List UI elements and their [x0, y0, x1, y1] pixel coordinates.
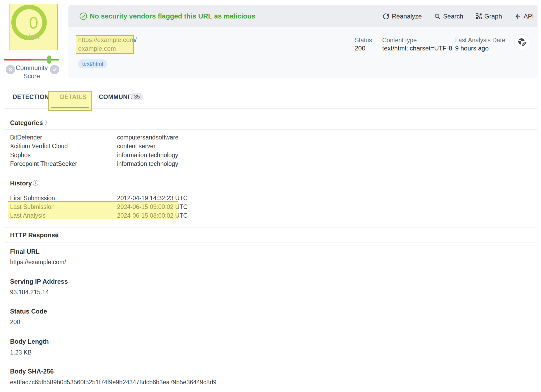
final-url-value: https://example.com/ [10, 259, 66, 266]
analyzed-domain[interactable]: example.com [78, 45, 116, 52]
category-value: information technology [117, 160, 178, 167]
search-button[interactable]: Search [434, 13, 463, 20]
community-score-label: Community Score [14, 64, 49, 80]
content-type-value: text/html; charset=UTF-8 [382, 45, 452, 52]
tabs-divider [4, 108, 537, 109]
api-icon [514, 13, 521, 20]
category-value: computersandsoftware [117, 134, 179, 141]
category-vendor: Forcepoint ThreatSeeker [10, 160, 77, 167]
check-circle-gray-icon [50, 65, 59, 74]
section-divider [4, 190, 537, 190]
reanalyze-icon [383, 13, 389, 20]
serving-ip-value: 93.184.215.14 [10, 289, 49, 296]
divider [510, 39, 510, 49]
category-vendor: Xcitium Verdict Cloud [10, 143, 68, 150]
tab-detection[interactable]: DETECTION [13, 94, 49, 101]
verdict-banner: No security vendors flagged this URL as … [68, 5, 538, 27]
http-response-section-title: HTTP Response [10, 231, 59, 239]
history-label: Last Submission [10, 203, 55, 211]
section-divider [4, 129, 537, 130]
slider-negative-segment [4, 59, 31, 60]
category-vendor: Sophos [10, 152, 31, 159]
slider-handle[interactable] [47, 55, 51, 64]
divider [349, 39, 349, 49]
verdict-message: No security vendors flagged this URL as … [90, 12, 255, 20]
content-type-label: Content type [382, 37, 417, 44]
history-label: Last Analysis [10, 212, 45, 219]
vote-harmless-button[interactable] [50, 65, 59, 74]
body-sha256-label: Body SHA-256 [10, 368, 54, 375]
divider [449, 39, 449, 49]
search-icon [434, 13, 441, 20]
url-globe-link-icon [514, 34, 530, 50]
history-section-title: History [10, 180, 32, 187]
serving-ip-label: Serving IP Address [10, 278, 68, 285]
category-vendor: BitDefender [10, 134, 42, 141]
section-divider [4, 242, 537, 243]
api-button[interactable]: API [514, 13, 534, 20]
category-value: information technology [117, 152, 178, 159]
section-separator [4, 173, 537, 173]
check-circle-green-icon [79, 12, 87, 20]
slider-positive-segment [31, 59, 59, 60]
status-code-value: 200 [10, 319, 20, 326]
community-score-slider [4, 59, 59, 60]
graph-button[interactable]: Graph [475, 13, 502, 20]
url-detail-strip: https://example.com/ example.com text/ht… [68, 27, 538, 78]
graph-icon [475, 13, 482, 20]
status-value: 200 [355, 45, 365, 52]
history-value: 2012-04-19 14:32:23 UTC [117, 195, 188, 202]
info-icon[interactable]: i [41, 120, 47, 125]
divider [376, 39, 376, 49]
history-value: 2024-06-15 03:00:02 UTC [117, 212, 188, 219]
action-toolbar: Reanalyze Search Graph [383, 13, 534, 20]
history-value: 2024-06-15 03:00:02 UTC [117, 203, 188, 211]
category-value: content server [117, 143, 156, 150]
body-length-value: 1.23 KB [10, 349, 32, 356]
score-value: 0 [10, 13, 58, 32]
tab-details[interactable]: DETAILS [60, 94, 86, 101]
virustotal-url-report-page: 0 / 95 Community Score No security vendo… [0, 0, 541, 392]
last-analysis-value: 9 hours ago [455, 45, 489, 52]
score-total: / 95 [10, 33, 58, 41]
content-type-tag[interactable]: text/html [78, 59, 107, 68]
vote-malicious-button[interactable] [6, 65, 15, 74]
detection-score-widget: 0 / 95 [10, 4, 58, 50]
x-circle-icon [6, 65, 15, 74]
community-count-badge: 35 [131, 93, 143, 100]
last-analysis-label: Last Analysis Date [455, 37, 505, 44]
section-separator [4, 227, 537, 228]
analyzed-url[interactable]: https://example.com/ [78, 36, 137, 44]
body-length-label: Body Length [10, 338, 49, 345]
reanalyze-button[interactable]: Reanalyze [383, 13, 422, 20]
url-summary-card: No security vendors flagged this URL as … [68, 5, 538, 78]
categories-section-title: Categories [10, 119, 43, 127]
history-label: First Submission [10, 195, 55, 202]
info-icon[interactable]: i [54, 232, 59, 237]
status-label: Status [355, 37, 372, 44]
body-sha256-value: ea8fac7c65fb589b0d53560f5251f74f9e9b2434… [10, 379, 216, 386]
final-url-label: Final URL [10, 248, 40, 255]
status-code-label: Status Code [10, 308, 47, 315]
info-icon[interactable]: i [33, 180, 38, 186]
